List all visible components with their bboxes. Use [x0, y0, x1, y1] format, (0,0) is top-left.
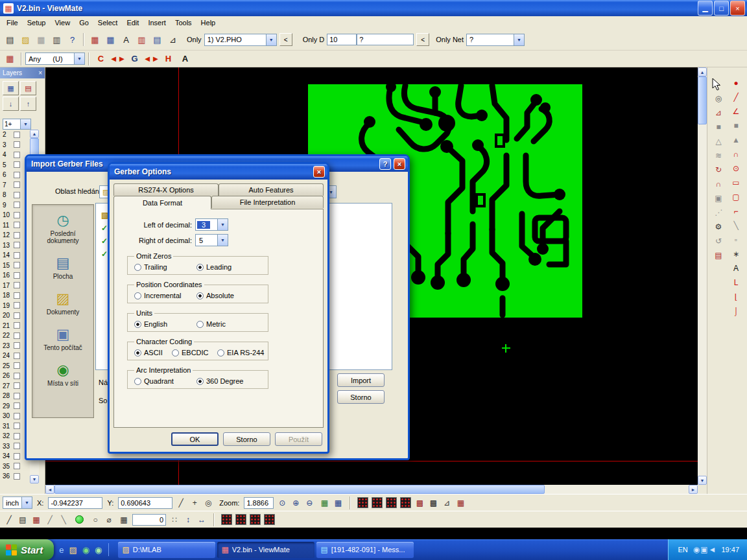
select-type-combo[interactable]: Any (U) ▼ [25, 52, 85, 65]
layer-visibility-checkbox[interactable] [14, 433, 20, 439]
netlist-ledger-icon[interactable]: ▤ [711, 249, 727, 262]
layer-visibility-checkbox[interactable] [14, 393, 20, 399]
dotted-path-icon[interactable]: ⋰ [711, 206, 727, 219]
close-button[interactable]: × [394, 158, 405, 170]
previous-layer-button[interactable]: < [279, 33, 292, 46]
layer-visibility-checkbox[interactable] [14, 222, 20, 228]
diag-up-icon[interactable]: ╱ [43, 513, 56, 526]
place-my-computer[interactable]: ▣Tento počítač [32, 327, 93, 351]
hook-tool-icon[interactable]: ⌡ [728, 305, 744, 318]
titlebar[interactable]: ▦ V2.bin - ViewMate ▁ □ × [0, 0, 747, 16]
start-button[interactable]: Start [0, 539, 54, 560]
grid-dots-icon[interactable]: ▦ [331, 496, 344, 509]
red-grid-icon[interactable]: ▦ [30, 513, 43, 526]
active-layer-combo[interactable]: 1+ ▼ [3, 119, 31, 130]
diameter-icon[interactable]: ⌀ [102, 513, 115, 526]
layer-combo[interactable]: 1) V2.PHO ▼ [204, 34, 277, 46]
pad-view-2-icon[interactable] [372, 497, 383, 508]
radio-leading[interactable]: Leading [196, 263, 231, 271]
layer-visibility-checkbox[interactable] [14, 423, 20, 429]
internet-explorer-icon[interactable]: e [59, 545, 64, 555]
dcode-pattern-1-icon[interactable] [221, 514, 232, 525]
tab-data-format[interactable]: Data Format [113, 196, 211, 209]
save-icon[interactable]: ▦ [34, 32, 49, 47]
scrollbar-thumb[interactable] [698, 76, 707, 124]
filled-rect-tool-icon[interactable]: ■ [711, 121, 727, 134]
pad-stack-icon[interactable]: ◄► [143, 52, 160, 66]
draw-circle-icon[interactable]: ⊙ [728, 162, 744, 175]
anchor-horizontal-icon[interactable]: ↔ [195, 513, 208, 526]
trace-view-1-icon[interactable]: ▩ [413, 496, 426, 509]
layer-visibility-checkbox[interactable] [14, 272, 20, 279]
radio-incremental[interactable]: Incremental [134, 292, 196, 299]
component-h-icon[interactable]: H [160, 52, 176, 66]
right-decimal-combo[interactable]: 5 ▼ [195, 234, 228, 246]
menu-insert[interactable]: Insert [143, 18, 171, 28]
menu-tools[interactable]: Tools [171, 18, 196, 28]
tray-display-icon[interactable]: ▣ [700, 545, 707, 554]
text-tool-icon[interactable]: A [728, 262, 744, 275]
pan-view-icon[interactable]: ◎ [711, 92, 727, 105]
layer-visibility-checkbox[interactable] [14, 473, 20, 480]
layer-visibility-checkbox[interactable] [14, 152, 20, 158]
radio-absolute[interactable]: Absolute [196, 292, 234, 299]
close-icon[interactable]: × [38, 69, 42, 76]
dcode-pattern-3-icon[interactable] [250, 514, 261, 525]
selection-grid-icon[interactable]: ▦ [3, 52, 18, 66]
layer-visibility-checkbox[interactable] [14, 172, 20, 178]
arc-probe-icon[interactable]: ∩ [711, 178, 727, 191]
x-coordinate-field[interactable]: -0.942237 [48, 497, 102, 509]
swap-pads-icon[interactable]: ◄► [110, 52, 126, 66]
draw-rounded-rect-icon[interactable]: ▢ [728, 191, 744, 204]
dcode-pattern-4-icon[interactable] [264, 514, 275, 525]
place-recent-documents[interactable]: ◷Poslední dokumenty [32, 213, 93, 244]
draw-line-icon[interactable]: ╱ [728, 91, 744, 104]
draw-stub-line-icon[interactable]: ⌐ [728, 205, 744, 218]
layer-visibility-checkbox[interactable] [14, 132, 20, 138]
snap-line-icon[interactable]: ╱ [3, 513, 16, 526]
angle-view-icon[interactable]: ⊿ [440, 496, 453, 509]
layer-visibility-checkbox[interactable] [14, 373, 20, 379]
crosshair-icon[interactable]: + [188, 496, 201, 509]
layer-row[interactable]: 36 [0, 471, 30, 482]
query-distance-icon[interactable]: ⊿ [711, 106, 727, 119]
horizontal-scrollbar[interactable]: ◄ ► [45, 485, 698, 494]
aperture-grid-icon[interactable]: ▦ [103, 32, 118, 47]
zoom-in-icon[interactable]: ⊕ [289, 496, 302, 509]
radio-360-degree[interactable]: 360 Degree [196, 377, 244, 385]
dropdown-arrow-icon[interactable]: ▼ [266, 34, 277, 46]
open-folder-icon[interactable]: ▨ [18, 32, 33, 47]
trace-grid-icon[interactable]: ▤ [150, 32, 165, 47]
only-layer-label[interactable]: Only [187, 36, 202, 43]
mirror-tool-icon[interactable]: △ [711, 135, 727, 148]
dot-grid-icon[interactable]: ∷ [168, 513, 181, 526]
tab-auto-features[interactable]: Auto Features [219, 183, 324, 196]
flash-aperture-icon[interactable]: ∗ [728, 248, 744, 261]
scroll-up-icon[interactable]: ▲ [30, 130, 39, 138]
draw-arc-icon[interactable]: ∩ [728, 148, 744, 161]
text-a-icon[interactable]: A [177, 52, 193, 66]
layer-visibility-checkbox[interactable] [14, 192, 20, 198]
draw-polyline-icon[interactable]: ∠ [728, 105, 744, 118]
place-network-places[interactable]: ◉Místa v síti [32, 362, 93, 387]
menu-file[interactable]: File [2, 18, 23, 28]
move-layer-up-icon[interactable]: ↑ [20, 97, 36, 111]
tray-network-icon[interactable]: ◉ [693, 545, 700, 554]
wave-tool-icon[interactable]: ≋ [711, 149, 727, 162]
place-documents[interactable]: ▨Dokumenty [32, 291, 93, 316]
draw-rectangle-icon[interactable]: ▭ [728, 176, 744, 189]
radio-eia-rs-244[interactable]: EIA RS-244 [217, 349, 264, 356]
layers-stack-icon[interactable]: ▤ [16, 513, 29, 526]
highlight-a-icon[interactable]: A [119, 32, 134, 47]
rotate-tool-icon[interactable]: ↻ [711, 163, 727, 176]
maximize-button[interactable]: □ [714, 1, 729, 16]
import-button[interactable]: Import [337, 373, 385, 387]
zoom-out-icon[interactable]: ⊖ [303, 496, 316, 509]
radio-ebcdic[interactable]: EBCDIC [172, 349, 217, 356]
draw-filled-triangle-icon[interactable]: ▲ [728, 134, 744, 146]
trace-view-2-icon[interactable]: ▩ [427, 496, 440, 509]
net-filter-combo[interactable]: ? ▼ [466, 34, 525, 46]
layer-visibility-checkbox[interactable] [14, 463, 20, 469]
measure-line-icon[interactable]: ╱ [174, 496, 187, 509]
left-decimal-combo[interactable]: 3 ▼ [195, 218, 228, 231]
